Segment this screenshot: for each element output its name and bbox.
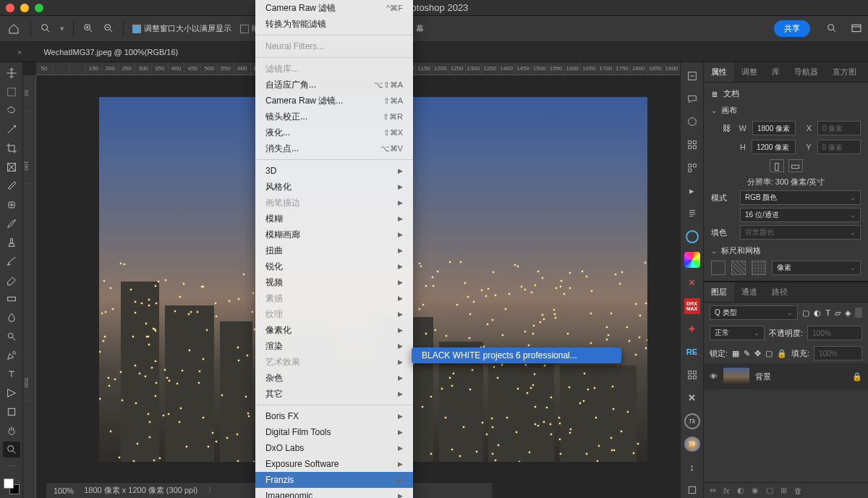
menu-item[interactable]: Camera Raw 滤镜^⌘F xyxy=(255,0,413,16)
fx-icon[interactable]: fx xyxy=(723,486,730,495)
search-icon[interactable] xyxy=(826,22,838,35)
zoom-in-icon[interactable] xyxy=(82,22,94,35)
panel-tab[interactable]: 库 xyxy=(765,62,787,82)
close-panel-icon[interactable]: ✕ xyxy=(684,275,700,291)
filter-type-icon[interactable]: T xyxy=(825,308,830,317)
info-icon[interactable] xyxy=(684,206,700,222)
lock-paint-icon[interactable]: ✎ xyxy=(744,349,750,358)
eyedropper-tool[interactable] xyxy=(3,178,20,194)
blur-tool[interactable] xyxy=(3,310,20,326)
canvas-section[interactable]: 画布 xyxy=(711,105,861,116)
menu-item[interactable]: Digital Film Tools▶ xyxy=(255,424,413,440)
filter-toggle[interactable] xyxy=(855,308,862,318)
menu-item[interactable]: Boris FX▶ xyxy=(255,408,413,424)
wand-tool[interactable] xyxy=(3,122,20,138)
shape-tool[interactable] xyxy=(3,404,20,420)
panel-tab[interactable]: 通道 xyxy=(734,282,765,302)
delete-icon[interactable]: 🗑 xyxy=(794,486,802,495)
dodge-tool[interactable] xyxy=(3,329,20,345)
height-input[interactable]: 1200 像素 xyxy=(752,140,796,154)
menu-item[interactable]: 3D▶ xyxy=(255,163,413,179)
brushes-icon[interactable] xyxy=(684,160,700,176)
filter-shape-icon[interactable]: ▱ xyxy=(835,308,841,318)
type-tool[interactable] xyxy=(3,366,20,382)
visibility-icon[interactable]: 👁 xyxy=(710,372,718,381)
menu-item[interactable]: Camera Raw 滤镜...⇧⌘A xyxy=(255,93,413,109)
lasso-tool[interactable] xyxy=(3,103,20,119)
stamp-tool[interactable] xyxy=(3,235,20,250)
menu-item[interactable]: Exposure Software▶ xyxy=(255,456,413,472)
color-circle-icon[interactable] xyxy=(684,229,700,245)
menu-item[interactable]: 锐化▶ xyxy=(255,258,413,274)
color-mode-select[interactable]: RGB 颜色 xyxy=(740,190,861,205)
panel-tab[interactable]: 直方图 xyxy=(825,62,864,82)
zoom-level[interactable]: 100% xyxy=(54,486,74,495)
character-icon[interactable] xyxy=(684,114,700,130)
menu-item[interactable]: 液化...⇧⌘X xyxy=(255,124,413,140)
menu-item[interactable]: 视频▶ xyxy=(255,274,413,290)
lock-nest-icon[interactable]: ▢ xyxy=(765,349,773,358)
marquee-tool[interactable] xyxy=(3,84,20,100)
document-tab[interactable]: WechatIMG37.jpeg @ 100%(RGB/16) xyxy=(43,48,178,56)
link-layers-icon[interactable]: ⇔ xyxy=(710,486,716,495)
x-panel-icon[interactable]: ✕ xyxy=(684,390,700,406)
adjustment-icon[interactable]: ◉ xyxy=(752,486,759,495)
pt-icon[interactable]: ✦ xyxy=(684,321,700,337)
crop-tool[interactable] xyxy=(3,140,20,156)
window-min[interactable] xyxy=(20,4,29,12)
width-input[interactable]: 1800 像素 xyxy=(752,121,796,135)
comments-icon[interactable] xyxy=(684,91,700,107)
menu-item[interactable]: Franzis▶ xyxy=(255,472,413,488)
re-icon[interactable]: RE xyxy=(684,344,700,360)
color-swatch[interactable] xyxy=(4,478,20,494)
tk-icon[interactable]: Tk xyxy=(684,413,700,429)
eraser-tool[interactable] xyxy=(3,272,20,288)
blend-mode-select[interactable]: 正常 xyxy=(710,326,765,340)
pen-tool[interactable] xyxy=(3,347,20,363)
unit-select[interactable]: 像素 xyxy=(772,261,861,275)
dock-panel-icon[interactable] xyxy=(684,482,700,498)
lock-all-icon[interactable]: 🔒 xyxy=(777,349,787,358)
ruler-icon3[interactable] xyxy=(752,261,766,275)
mask-icon[interactable]: ◐ xyxy=(737,486,744,495)
panel-tab[interactable]: 导航器 xyxy=(787,62,825,82)
new-layer-icon[interactable]: ⊞ xyxy=(780,486,787,495)
franzis-submenu-item[interactable]: BLACK WHITE projects 6 professional... xyxy=(412,347,621,363)
filter-img-icon[interactable]: ▢ xyxy=(802,308,809,318)
gradient-tool[interactable] xyxy=(3,291,20,307)
heal-tool[interactable] xyxy=(3,197,20,213)
window-close[interactable] xyxy=(6,4,14,12)
ruler-icon1[interactable] xyxy=(711,261,726,275)
layer-name[interactable]: 背景 xyxy=(755,371,771,382)
history-brush-tool[interactable] xyxy=(3,253,20,269)
move-tool[interactable] xyxy=(3,65,20,81)
menu-item[interactable]: 自适应广角...⌥⇧⌘A xyxy=(255,77,413,93)
menu-item[interactable]: 转换为智能滤镜 xyxy=(255,16,413,32)
layer-thumb[interactable] xyxy=(723,368,749,385)
grid-icon[interactable] xyxy=(684,367,700,383)
zoom-tool-icon[interactable] xyxy=(40,22,51,35)
ruler-icon2[interactable] xyxy=(731,261,746,275)
zoom-out-icon[interactable] xyxy=(103,22,114,35)
panel-tab[interactable]: 属性 xyxy=(704,62,734,82)
menu-item[interactable]: 其它▶ xyxy=(255,386,413,402)
brush-tool[interactable] xyxy=(3,216,20,232)
menu-item[interactable]: Imagenomic▶ xyxy=(255,488,413,498)
menu-item[interactable]: 渲染▶ xyxy=(255,338,413,354)
group-icon[interactable]: ▢ xyxy=(766,486,773,495)
color-wheel-icon[interactable] xyxy=(684,252,700,268)
ruler-section[interactable]: 标尺和网格 xyxy=(711,245,861,256)
swatches-icon[interactable] xyxy=(684,137,700,153)
bit-depth-select[interactable]: 16 位/通道 xyxy=(740,208,861,222)
menu-item[interactable]: 模糊▶ xyxy=(255,211,413,227)
tk2-icon[interactable]: Tk xyxy=(684,436,700,452)
tab-close-icon[interactable]: × xyxy=(17,48,22,56)
layer-filter-select[interactable]: Q 类型 xyxy=(710,305,798,320)
dock-collapse-icon[interactable]: ↕ xyxy=(684,459,700,475)
drx-icon[interactable]: DRXMAX xyxy=(684,298,700,314)
layer-row[interactable]: 👁 背景 🔒 xyxy=(704,363,868,389)
orient-landscape-icon[interactable]: ▭ xyxy=(788,159,803,172)
zoom-tool[interactable] xyxy=(3,442,20,457)
menu-item[interactable]: 镜头校正...⇧⌘R xyxy=(255,109,413,124)
fit-screen-checkbox[interactable]: 调整窗口大小以满屏显示 xyxy=(132,23,231,34)
